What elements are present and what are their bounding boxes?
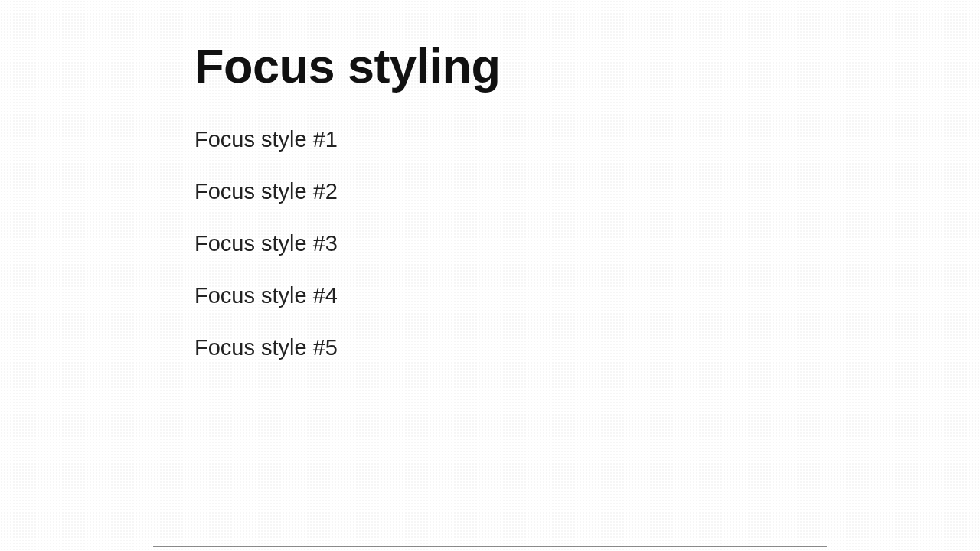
divider (153, 546, 827, 547)
focus-style-link-5[interactable]: Focus style #5 (194, 336, 338, 360)
page-title: Focus styling (194, 40, 822, 93)
focus-style-link-2[interactable]: Focus style #2 (194, 180, 338, 204)
focus-style-link-4[interactable]: Focus style #4 (194, 284, 338, 308)
focus-style-link-1[interactable]: Focus style #1 (194, 128, 338, 152)
main-content: Focus styling Focus style #1 Focus style… (194, 40, 822, 360)
focus-style-link-3[interactable]: Focus style #3 (194, 232, 338, 256)
focus-style-list: Focus style #1 Focus style #2 Focus styl… (194, 128, 822, 360)
